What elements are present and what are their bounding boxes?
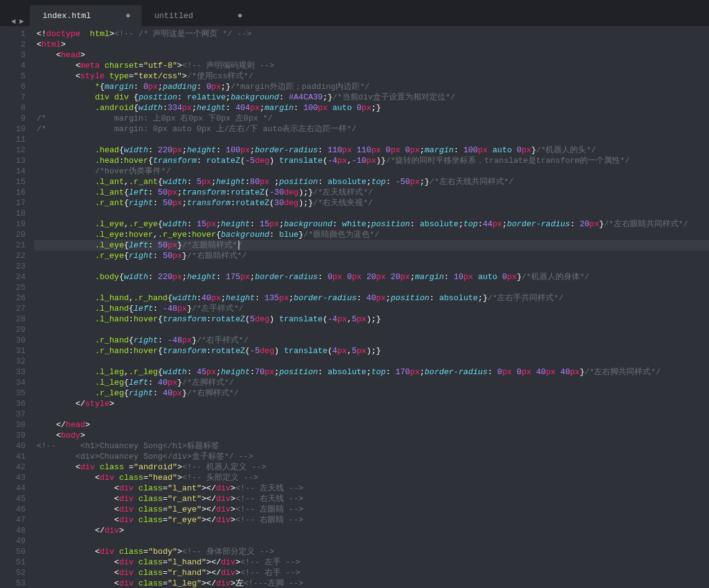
code-line[interactable]: .l_leg{left: 40px}/*左脚样式*/ (34, 377, 709, 388)
code-line[interactable]: .l_hand:hover{transform:rotateZ(5deg) tr… (34, 314, 709, 324)
code-line[interactable]: <!-- <h1>Chuancey Song</h1>标题标签 (34, 441, 709, 451)
code-line[interactable]: /*hover伪类事件*/ (34, 166, 709, 177)
code-line[interactable]: .l_eye{left: 50px}/*左眼睛样式*/ (34, 240, 709, 250)
line-number: 46 (0, 504, 25, 515)
code-line[interactable]: <div class="r_ant"></div><!-- 右天线 --> (34, 494, 709, 504)
line-number: 40 (0, 441, 25, 451)
code-line[interactable]: .r_leg{right: 40px}/*右脚样式*/ (34, 388, 709, 398)
code-line[interactable] (34, 356, 709, 367)
code-line[interactable]: <div>Chuancey Song</div>盒子标签*/ --> (34, 451, 709, 462)
line-number: 51 (0, 557, 25, 567)
nav-forward-icon[interactable]: ► (19, 17, 24, 26)
line-number: 24 (0, 272, 25, 282)
code-line[interactable]: .l_ant,.r_ant{width: 5px;height:80px ;po… (34, 177, 709, 187)
line-number: 48 (0, 525, 25, 536)
line-number: 23 (0, 261, 25, 272)
code-line[interactable] (34, 324, 709, 335)
code-line[interactable]: <html> (34, 39, 709, 50)
tab-index-html[interactable]: index.html● (30, 5, 142, 26)
line-number: 5 (0, 71, 25, 81)
line-number: 29 (0, 324, 25, 335)
line-number: 45 (0, 494, 25, 504)
code-line[interactable]: .r_eye{right: 50px}/*右眼睛样式*/ (34, 250, 709, 261)
code-line[interactable]: .head:hover{transform: rotateZ(-5deg) tr… (34, 155, 709, 166)
code-line[interactable]: <body> (34, 430, 709, 441)
line-number-gutter: 1234567891011121314151617181920212223242… (0, 26, 34, 588)
line-number: 21 (0, 240, 25, 250)
line-number: 43 (0, 472, 25, 483)
code-line[interactable]: .l_leg,.r_leg{width: 45px;height:70px;po… (34, 367, 709, 377)
code-line[interactable]: <div class="r_hand"></div><!-- 右手 --> (34, 567, 709, 578)
code-line[interactable]: .body{width: 220px;height: 175px;border-… (34, 272, 709, 282)
code-line[interactable]: <div class="body"><!-- 身体部分定义 --> (34, 546, 709, 557)
code-line[interactable] (34, 261, 709, 272)
code-line[interactable]: <!doctype html><!-- /* 声明这是一个网页 */ --> (34, 29, 709, 39)
dirty-indicator-icon: ● (237, 11, 242, 21)
line-number: 18 (0, 208, 25, 219)
code-line[interactable]: .android{width:334px;height: 404px;margi… (34, 103, 709, 113)
code-line[interactable]: <style type="text/css">/*使用css样式*/ (34, 71, 709, 81)
window-topbar (0, 0, 709, 5)
code-line[interactable]: <div class="r_eye"></div><!-- 右眼睛 --> (34, 515, 709, 525)
line-number: 39 (0, 430, 25, 441)
line-number: 16 (0, 187, 25, 198)
code-line[interactable]: .r_hand:hover{transform:rotateZ(-5deg) t… (34, 346, 709, 356)
code-line[interactable] (34, 536, 709, 546)
line-number: 37 (0, 409, 25, 420)
code-line[interactable]: div div {position: relative;background: … (34, 92, 709, 103)
line-number: 26 (0, 293, 25, 303)
line-number: 15 (0, 177, 25, 187)
code-line[interactable]: .l_eye:hover,.r_eye:hover{background: bl… (34, 229, 709, 240)
dirty-indicator-icon: ● (126, 11, 130, 21)
line-number: 53 (0, 578, 25, 588)
code-line[interactable] (34, 208, 709, 219)
line-number: 28 (0, 314, 25, 324)
code-line[interactable] (34, 134, 709, 145)
line-number: 42 (0, 462, 25, 472)
code-line[interactable]: /* margin: 0px auto 0px 上/左右/下 auto表示左右边… (34, 124, 709, 134)
tab-untitled[interactable]: untitled● (142, 5, 254, 26)
code-line[interactable]: <meta charset="utf-8"><!-- 声明编码规则 --> (34, 60, 709, 71)
code-line[interactable]: .head{width: 220px;height: 100px;border-… (34, 145, 709, 155)
line-number: 8 (0, 103, 25, 113)
text-cursor (239, 241, 239, 250)
line-number: 52 (0, 567, 25, 578)
line-number: 19 (0, 219, 25, 229)
line-number: 27 (0, 303, 25, 314)
line-number: 33 (0, 367, 25, 377)
code-line[interactable]: /* margin: 上0px 右0px 下0px 左0px */ (34, 113, 709, 124)
code-line[interactable]: <div class="l_leg"></div>左<!---左脚 --> (34, 578, 709, 588)
line-number: 30 (0, 335, 25, 346)
line-number: 31 (0, 346, 25, 356)
code-area[interactable]: <!doctype html><!-- /* 声明这是一个网页 */ --><h… (34, 26, 709, 588)
code-line[interactable] (34, 409, 709, 420)
code-line[interactable]: .l_hand{left: -48px}/*左手样式*/ (34, 303, 709, 314)
code-line[interactable]: <div class="l_ant"></div><!-- 左天线 --> (34, 483, 709, 494)
code-line[interactable] (34, 282, 709, 293)
code-line[interactable]: .r_ant{right: 50px;transform:rotateZ(30d… (34, 198, 709, 208)
nav-back-icon[interactable]: ◄ (11, 17, 16, 26)
line-number: 13 (0, 155, 25, 166)
code-line[interactable]: <div class="head"><!-- 头部定义 --> (34, 472, 709, 483)
code-line[interactable]: .l_eye,.r_eye{width: 15px;height: 15px;b… (34, 219, 709, 229)
line-number: 35 (0, 388, 25, 398)
code-line[interactable]: </div> (34, 525, 709, 536)
tab-nav: ◄ ► (5, 17, 30, 26)
line-number: 34 (0, 377, 25, 388)
code-line[interactable]: <div class="l_eye"></div><!-- 左眼睛 --> (34, 504, 709, 515)
code-line[interactable]: </style> (34, 398, 709, 409)
line-number: 7 (0, 92, 25, 103)
code-line[interactable]: <head> (34, 50, 709, 60)
tab-bar: ◄ ► index.html●untitled● (0, 5, 709, 26)
code-line[interactable]: <div class ="android"><!-- 机器人定义 --> (34, 462, 709, 472)
code-line[interactable]: .l_hand,.r_hand{width:40px;height: 135px… (34, 293, 709, 303)
line-number: 20 (0, 229, 25, 240)
line-number: 36 (0, 398, 25, 409)
editor-pane[interactable]: 1234567891011121314151617181920212223242… (0, 26, 709, 588)
code-line[interactable]: .r_hand{right: -48px}/*右手样式*/ (34, 335, 709, 346)
code-line[interactable]: *{margin: 0px;padding: 0px;}/*margin外边距；… (34, 81, 709, 92)
code-line[interactable]: <div class="l_hand"></div><!-- 左手 --> (34, 557, 709, 567)
line-number: 3 (0, 50, 25, 60)
code-line[interactable]: </head> (34, 420, 709, 430)
code-line[interactable]: .l_ant{left: 50px;transform:rotateZ(-30d… (34, 187, 709, 198)
